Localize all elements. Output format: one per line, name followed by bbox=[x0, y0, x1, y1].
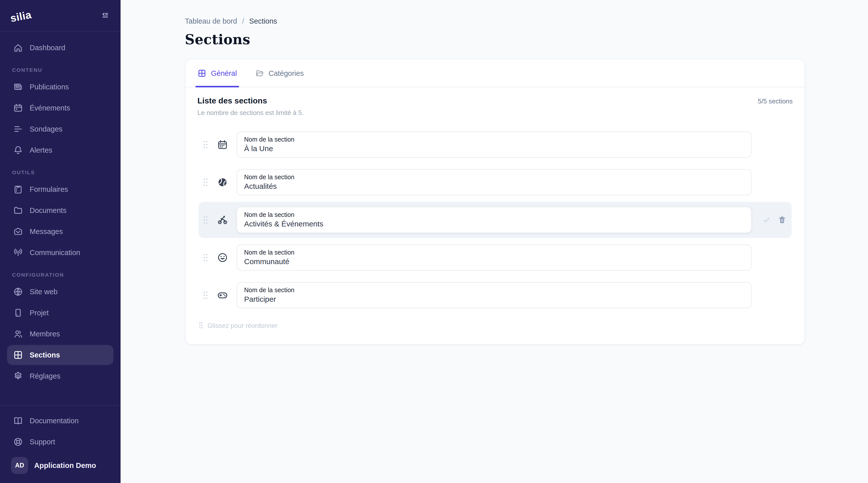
delete-button[interactable] bbox=[778, 215, 786, 224]
sidebar-item-sondages[interactable]: Sondages bbox=[7, 119, 114, 139]
section-field-label: Nom de la section bbox=[244, 249, 744, 256]
section-row: Nom de la section bbox=[198, 127, 792, 163]
section-list: Nom de la sectionNom de la sectionNom de… bbox=[197, 127, 793, 313]
tab-label: Catégories bbox=[269, 69, 304, 77]
sidebar-item-sections[interactable]: Sections bbox=[7, 345, 114, 365]
section-row: Nom de la section bbox=[198, 277, 792, 313]
sidebar-item-documents[interactable]: Documents bbox=[7, 200, 114, 220]
panel-collapse-icon bbox=[100, 10, 111, 20]
poll-icon bbox=[13, 124, 23, 134]
brand-logo[interactable]: silia bbox=[9, 8, 32, 24]
section-name-input[interactable] bbox=[244, 219, 744, 228]
book-icon bbox=[13, 416, 23, 426]
section-name-input[interactable] bbox=[244, 182, 744, 190]
drag-handle[interactable] bbox=[203, 139, 209, 150]
drag-handle[interactable] bbox=[203, 215, 209, 225]
sidebar-item-documentation[interactable]: Documentation bbox=[7, 411, 114, 431]
bell-icon bbox=[13, 145, 23, 155]
tab-general[interactable]: Général bbox=[197, 59, 237, 87]
sidebar-item-communication[interactable]: Communication bbox=[7, 243, 114, 263]
sidebar-item-label: Documentation bbox=[30, 417, 79, 425]
sidebar-item-label: Alertes bbox=[30, 146, 52, 154]
sidebar-item-projet[interactable]: Projet bbox=[7, 303, 114, 323]
section-field-label: Nom de la section bbox=[244, 174, 744, 181]
drag-handle[interactable] bbox=[203, 253, 209, 263]
sidebar-item-site-web[interactable]: Site web bbox=[7, 282, 114, 302]
sidebar-item-label: Sections bbox=[30, 351, 60, 359]
tab-categories[interactable]: Catégories bbox=[255, 59, 304, 87]
sidebar-item-label: Projet bbox=[30, 309, 49, 317]
check-icon bbox=[762, 215, 771, 224]
user-menu[interactable]: AD Application Demo bbox=[7, 454, 114, 477]
breadcrumb-current: Sections bbox=[249, 17, 277, 25]
section-field-label: Nom de la section bbox=[244, 212, 744, 218]
folder-icon bbox=[13, 205, 23, 215]
breadcrumb-separator: / bbox=[242, 17, 244, 25]
calendar-filled-icon bbox=[217, 139, 228, 150]
sidebar-item-publications[interactable]: Publications bbox=[7, 77, 114, 97]
app: silia DashboardCONTENUPublicationsÉvénem… bbox=[0, 0, 868, 483]
broadcast-icon bbox=[13, 248, 23, 258]
sidebar-item-messages[interactable]: Messages bbox=[7, 221, 114, 242]
avatar: AD bbox=[11, 457, 28, 474]
sidebar-item-label: Publications bbox=[30, 83, 69, 91]
gamepad-icon bbox=[217, 290, 228, 301]
nav-group-label-contenu: CONTENU bbox=[12, 67, 108, 73]
sidebar-footer: DocumentationSupport AD Application Demo bbox=[0, 405, 121, 483]
sidebar-item-label: Communication bbox=[30, 249, 81, 257]
sidebar-item-alertes[interactable]: Alertes bbox=[7, 140, 114, 160]
sidebar-nav: DashboardCONTENUPublicationsÉvénementsSo… bbox=[0, 32, 121, 405]
sidebar-item-label: Événements bbox=[30, 104, 70, 112]
drag-hint-label: Glissez pour réordonner bbox=[208, 322, 278, 329]
section-name-input[interactable] bbox=[244, 295, 744, 303]
list-title: Liste des sections bbox=[197, 96, 267, 105]
folder-open-icon bbox=[255, 68, 264, 77]
sidebar-item-label: Membres bbox=[30, 330, 60, 338]
grip-icon bbox=[203, 215, 209, 225]
globe-icon bbox=[13, 287, 23, 297]
bike-icon bbox=[217, 215, 228, 225]
section-name-field[interactable]: Nom de la section bbox=[237, 207, 751, 233]
section-name-field[interactable]: Nom de la section bbox=[237, 245, 751, 270]
section-field-label: Nom de la section bbox=[244, 136, 744, 143]
newspaper-icon bbox=[13, 82, 23, 92]
sidebar-item-membres[interactable]: Membres bbox=[7, 324, 114, 344]
sidebar-item-label: Formulaires bbox=[30, 185, 68, 193]
sidebar-item-support[interactable]: Support bbox=[7, 432, 114, 452]
device-icon bbox=[13, 308, 23, 318]
grid-icon bbox=[13, 350, 23, 360]
collapse-sidebar-button[interactable] bbox=[99, 9, 112, 22]
breadcrumb-dashboard-link[interactable]: Tableau de bord bbox=[185, 17, 237, 25]
trash-icon bbox=[778, 215, 786, 224]
sidebar-item-evenements[interactable]: Événements bbox=[7, 98, 114, 118]
section-name-field[interactable]: Nom de la section bbox=[237, 282, 751, 308]
home-icon bbox=[13, 43, 23, 53]
section-name-field[interactable]: Nom de la section bbox=[237, 169, 751, 195]
sidebar-item-label: Réglages bbox=[30, 372, 61, 380]
smile-icon bbox=[217, 252, 228, 263]
confirm-button[interactable] bbox=[762, 215, 771, 224]
list-header: Liste des sections 5/5 sections bbox=[197, 96, 793, 105]
tab-bar: GénéralCatégories bbox=[185, 59, 805, 87]
section-name-field[interactable]: Nom de la section bbox=[237, 132, 751, 158]
grip-icon bbox=[203, 290, 209, 300]
user-name: Application Demo bbox=[34, 461, 96, 470]
main-content: Tableau de bord / Sections Sections Géné… bbox=[121, 0, 868, 483]
users-icon bbox=[13, 329, 23, 339]
drag-handle[interactable] bbox=[203, 177, 209, 187]
mail-icon bbox=[13, 226, 23, 236]
sidebar-item-label: Support bbox=[30, 438, 55, 446]
grip-icon bbox=[203, 139, 209, 150]
grip-icon bbox=[203, 253, 209, 263]
sidebar-item-dashboard[interactable]: Dashboard bbox=[7, 38, 114, 58]
nav-group-label-outils: OUTILS bbox=[12, 169, 108, 175]
drag-handle[interactable] bbox=[203, 290, 209, 300]
sidebar-item-reglages[interactable]: Réglages bbox=[7, 366, 114, 386]
tab-label: Général bbox=[211, 69, 237, 77]
grip-icon bbox=[203, 177, 209, 187]
section-name-input[interactable] bbox=[244, 144, 744, 153]
section-name-input[interactable] bbox=[244, 257, 744, 266]
sidebar-item-formulaires[interactable]: Formulaires bbox=[7, 179, 114, 199]
drag-hint: Glissez pour réordonner bbox=[197, 321, 793, 329]
calendar-icon bbox=[13, 103, 23, 113]
